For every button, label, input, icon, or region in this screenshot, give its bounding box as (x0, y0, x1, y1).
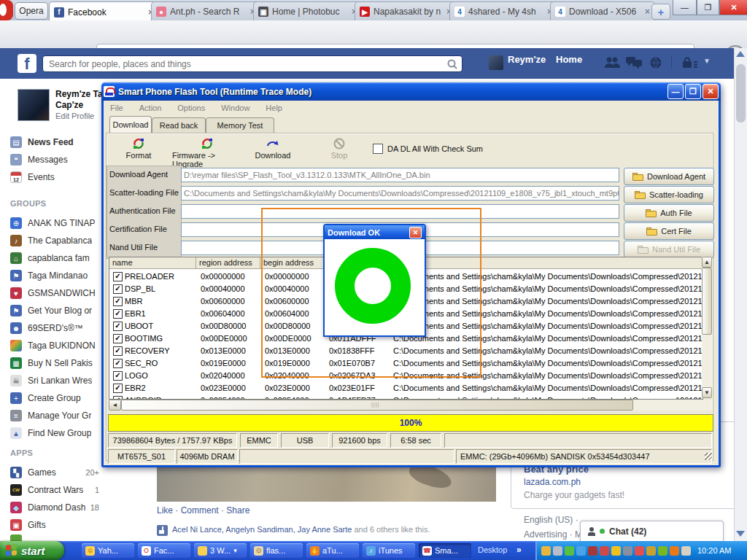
window-minimize-button[interactable]: — (673, 0, 697, 15)
column-header-region-address[interactable]: region address (196, 257, 260, 269)
menu-file[interactable]: File (110, 104, 123, 112)
row-checkbox[interactable]: ✓ (113, 272, 123, 281)
sidebar-app-item[interactable]: ◆Diamond Dash18 (10, 499, 102, 516)
tray-icon[interactable] (588, 546, 597, 556)
sidebar-group-item[interactable]: ⌂capablanca fam (10, 250, 102, 266)
browser-tab-napakasakit-by-n[interactable]: ▶Napakasakit by n× (355, 1, 457, 21)
tray-icon[interactable] (635, 546, 644, 556)
notifications-globe-icon[interactable] (649, 57, 665, 69)
taskbar-item-3w[interactable]: 3 W...▾ (194, 543, 247, 558)
sidebar-app-item[interactable]: ▣Gifts (10, 517, 102, 533)
sidebar-item-events[interactable]: 12Events (10, 169, 102, 185)
profile-name[interactable]: Reym'ze Ta (55, 89, 102, 99)
sidebar-app-item[interactable]: CWContract Wars1 (10, 482, 102, 498)
scroll-up-icon[interactable] (736, 51, 745, 57)
flashtool-tab-read-back[interactable]: Read back (152, 117, 206, 133)
table-row-android[interactable]: ✓ANDROID0x028540000x028540000x1B45FB77C:… (109, 394, 703, 400)
taskbar-item-yah[interactable]: ☺Yah... (82, 543, 134, 558)
scroll-thumb[interactable] (736, 64, 746, 122)
sidebar-item-news-feed[interactable]: ▤News Feed (10, 134, 102, 150)
sidebar-group-item[interactable]: ⚑Taga Mindanao (10, 268, 102, 284)
profile-name-line2[interactable]: Cap'ze (55, 100, 83, 110)
column-header-name[interactable]: name (109, 257, 196, 269)
row-checkbox[interactable]: ✓ (113, 284, 123, 294)
row-checkbox[interactable]: ✓ (113, 346, 123, 356)
page-scrollbar[interactable] (734, 48, 747, 541)
row-checkbox[interactable]: ✓ (113, 334, 123, 343)
sidebar-app-item[interactable]: ▚Games20+ (10, 464, 102, 481)
dialog-titlebar[interactable]: Download OK ✕ (325, 225, 425, 239)
friend-requests-icon[interactable] (604, 57, 620, 69)
tray-icon[interactable] (553, 546, 562, 556)
toolbar-overflow-chevron[interactable]: » (516, 545, 522, 555)
menu-help[interactable]: Help (266, 104, 282, 112)
profile-picture[interactable] (18, 89, 50, 121)
sidebar-group-item[interactable]: ☠Sri Lankan Wres (10, 373, 102, 389)
maximize-button[interactable]: ❐ (685, 84, 701, 99)
taskbar-item-itunes[interactable]: ♪iTunes (363, 543, 415, 558)
sidebar-item-messages[interactable]: ❝Messages (10, 152, 102, 168)
messages-icon[interactable] (626, 57, 642, 69)
checksum-checkbox[interactable]: DA DL All With Check Sum (373, 144, 483, 154)
sidebar-group-item[interactable]: ▦Buy N Sell Pakis (10, 355, 102, 371)
tray-icon[interactable] (576, 546, 586, 556)
sidebar-group-item[interactable]: ☻69SERD's®™ (10, 320, 102, 336)
browser-tab-home-photobuc[interactable]: ▣Home | Photobuc× (253, 1, 362, 21)
format-button[interactable]: Format (116, 138, 161, 160)
checkbox-box[interactable] (373, 144, 383, 154)
menu-action[interactable]: Action (139, 104, 162, 112)
taskbar-item-sma[interactable]: ☎Sma... (419, 543, 471, 558)
browse-button-scatter-loading[interactable]: Scatter-loading (624, 186, 714, 203)
sidebar-group-item[interactable]: ⊕ANAK NG TINAP (10, 215, 102, 231)
browser-tab-download-x506[interactable]: 4Download - X506× (550, 1, 655, 21)
table-horizontal-scrollbar[interactable]: ◄ |||| (109, 400, 712, 411)
facebook-search[interactable] (42, 55, 462, 72)
window-restore-button[interactable]: ❐ (697, 0, 719, 15)
taskbar-item-fac[interactable]: OFac... (138, 543, 190, 558)
row-checkbox[interactable]: ✓ (113, 322, 123, 331)
browse-button-download-agent[interactable]: Download Agent (624, 168, 714, 185)
minimize-button[interactable]: — (667, 84, 684, 99)
flashtool-tab-memory-test[interactable]: Memory Test (206, 117, 274, 133)
browse-button-auth-file[interactable]: Auth File (624, 204, 714, 222)
tray-icon[interactable] (565, 546, 574, 556)
sidebar-group-item[interactable]: ▲Find New Group (10, 425, 102, 441)
start-button[interactable]: start (0, 541, 64, 560)
liker-names[interactable]: Acel Ni Lance, Angelyn Sandiman, Jay Ann… (172, 525, 352, 534)
post-actions[interactable]: Like · Comment · Share (157, 505, 249, 516)
row-checkbox[interactable]: ✓ (113, 297, 123, 306)
desktop-toolbar-label[interactable]: Desktop (478, 545, 507, 554)
field-input-scatter-loading-file[interactable]: C:\Documents and Settings\cham&kyla\My D… (181, 186, 619, 201)
browser-tab-facebook[interactable]: fFacebook× (49, 1, 158, 22)
tray-icon[interactable] (600, 546, 609, 556)
ad-link[interactable]: lazada.com.ph (524, 477, 581, 487)
sidebar-group-item[interactable]: Taga BUKIDNON (10, 338, 102, 354)
chat-bar[interactable]: Chat (42) (580, 521, 724, 541)
browse-button-cert-file[interactable]: Cert File (624, 222, 714, 240)
resize-grip[interactable] (705, 453, 712, 460)
field-input-download-agent[interactable]: D:\reymar files\SP_Flash_Tool_v3.1312.0.… (181, 168, 619, 182)
home-link[interactable]: Home (556, 54, 582, 65)
taskbar-item-flas[interactable]: ⊙flas... (250, 543, 303, 558)
table-row-ebr2[interactable]: ✓EBR20x023E00000x023E00000x023E01FFC:\Do… (109, 382, 703, 394)
chevron-down-icon[interactable]: ▼ (703, 57, 719, 69)
dialog-close-icon[interactable]: ✕ (409, 227, 422, 238)
tray-icon[interactable] (670, 546, 679, 556)
footer-locale[interactable]: English (US) · (524, 515, 578, 525)
table-vertical-scrollbar[interactable]: ▲ ▼ (702, 257, 712, 398)
firmware-upgrade-button[interactable]: Firmware -> Upgrade (172, 138, 242, 168)
tray-icon[interactable] (623, 546, 632, 556)
taskbar-item-atu[interactable]: ✋aTu... (306, 543, 359, 558)
new-tab-button[interactable]: + (651, 4, 670, 20)
row-checkbox[interactable]: ✓ (113, 371, 123, 381)
flashtool-tab-download[interactable]: Download (109, 116, 152, 133)
facebook-logo[interactable]: f (18, 54, 36, 73)
sidebar-group-item[interactable]: ≡Manage Your Gr (10, 408, 102, 424)
search-input[interactable] (47, 58, 447, 70)
row-checkbox[interactable]: ✓ (113, 384, 123, 393)
profile-link[interactable]: Reym'ze (508, 54, 546, 65)
opera-menu-button[interactable]: Opera (15, 2, 48, 20)
sidebar-group-item[interactable]: +Create Group (10, 390, 102, 406)
tab-close-icon[interactable]: × (645, 7, 650, 17)
menu-options[interactable]: Options (177, 104, 205, 112)
